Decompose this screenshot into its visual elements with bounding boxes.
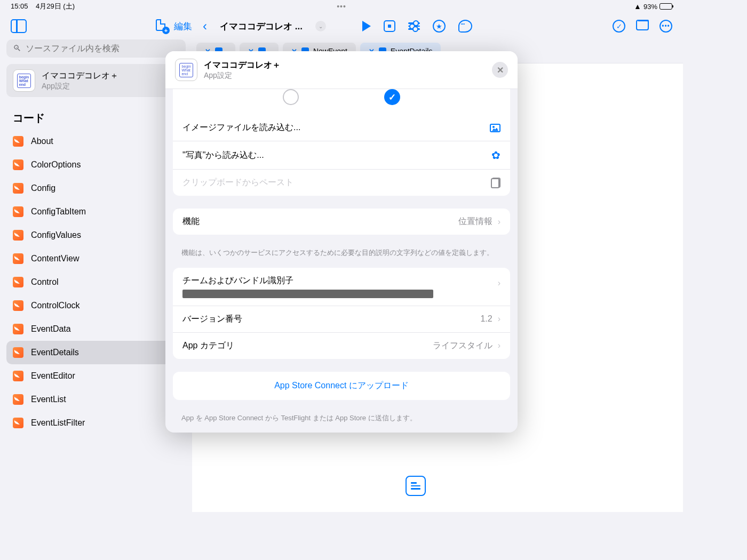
modal-title: イマココデコレオ＋ <box>204 60 281 71</box>
chevron-right-icon: › <box>498 217 500 227</box>
load-photo-row[interactable]: "写真"から読み込む... ✿ <box>173 141 510 170</box>
chevron-right-icon: › <box>498 341 500 350</box>
capability-row[interactable]: 機能 位置情報 › <box>173 209 510 235</box>
app-settings-modal: beginWhatend イマココデコレオ＋ App設定 ✕ ✓ イメージファイ… <box>165 51 518 433</box>
photo-icon <box>490 124 500 132</box>
icon-option-unchecked[interactable] <box>283 89 299 105</box>
clipboard-icon <box>491 178 500 188</box>
version-row[interactable]: バージョン番号 1.2 › <box>173 306 510 333</box>
redacted-bundle-id <box>182 290 433 298</box>
capability-footer: 機能は、いくつかのサービスにアクセスするために必要な目的説明の文字列などの値を定… <box>165 247 518 268</box>
chevron-right-icon: › <box>498 314 500 324</box>
load-image-row[interactable]: イメージファイルを読み込む... <box>173 115 510 141</box>
team-bundle-row[interactable]: チームおよびバンドル識別子 › <box>173 268 510 306</box>
close-icon[interactable]: ✕ <box>492 62 508 78</box>
paste-row: クリップボードからペースト <box>173 170 510 196</box>
modal-subtitle: App設定 <box>204 71 281 81</box>
document-outline-icon[interactable] <box>406 476 426 496</box>
upload-footer: App を App Store Connect から TestFlight また… <box>165 413 518 433</box>
photos-app-icon: ✿ <box>491 149 500 162</box>
icon-option-checked[interactable]: ✓ <box>384 89 400 105</box>
upload-button[interactable]: App Store Connect にアップロード <box>173 372 510 400</box>
category-row[interactable]: App カテゴリ ライフスタイル › <box>173 333 510 359</box>
modal-app-icon: beginWhatend <box>175 59 197 81</box>
chevron-right-icon: › <box>498 278 500 288</box>
